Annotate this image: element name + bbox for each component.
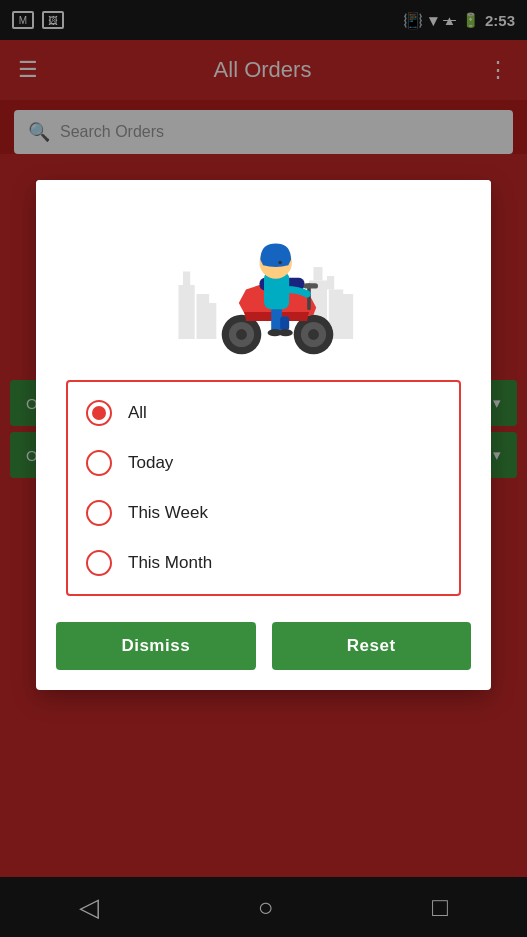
scooter-illustration bbox=[174, 200, 354, 370]
svg-rect-15 bbox=[303, 283, 317, 288]
radio-options-group: All Today This Week This Month bbox=[66, 380, 461, 596]
svg-rect-17 bbox=[280, 317, 289, 331]
svg-rect-4 bbox=[313, 267, 322, 281]
radio-option-all[interactable]: All bbox=[68, 388, 459, 438]
reset-button[interactable]: Reset bbox=[272, 622, 472, 670]
illustration-area bbox=[36, 180, 491, 380]
radio-option-today[interactable]: Today bbox=[68, 438, 459, 488]
svg-rect-7 bbox=[205, 303, 216, 339]
svg-rect-8 bbox=[340, 294, 353, 339]
radio-circle-all bbox=[86, 400, 112, 426]
svg-point-20 bbox=[278, 261, 282, 265]
radio-circle-today bbox=[86, 450, 112, 476]
svg-point-10 bbox=[236, 329, 247, 340]
modal-buttons: Dismiss Reset bbox=[36, 606, 491, 690]
radio-label-all: All bbox=[128, 403, 147, 423]
radio-circle-this-week bbox=[86, 500, 112, 526]
filter-modal: All Today This Week This Month Dismiss R… bbox=[36, 180, 491, 690]
radio-option-this-month[interactable]: This Month bbox=[68, 538, 459, 588]
radio-option-this-week[interactable]: This Week bbox=[68, 488, 459, 538]
radio-label-today: Today bbox=[128, 453, 173, 473]
svg-rect-6 bbox=[327, 276, 334, 290]
dismiss-button[interactable]: Dismiss bbox=[56, 622, 256, 670]
svg-rect-1 bbox=[183, 272, 190, 286]
radio-circle-this-month bbox=[86, 550, 112, 576]
svg-point-12 bbox=[308, 329, 319, 340]
svg-rect-0 bbox=[178, 285, 194, 339]
radio-label-this-month: This Month bbox=[128, 553, 212, 573]
radio-label-this-week: This Week bbox=[128, 503, 208, 523]
svg-point-22 bbox=[278, 329, 292, 336]
